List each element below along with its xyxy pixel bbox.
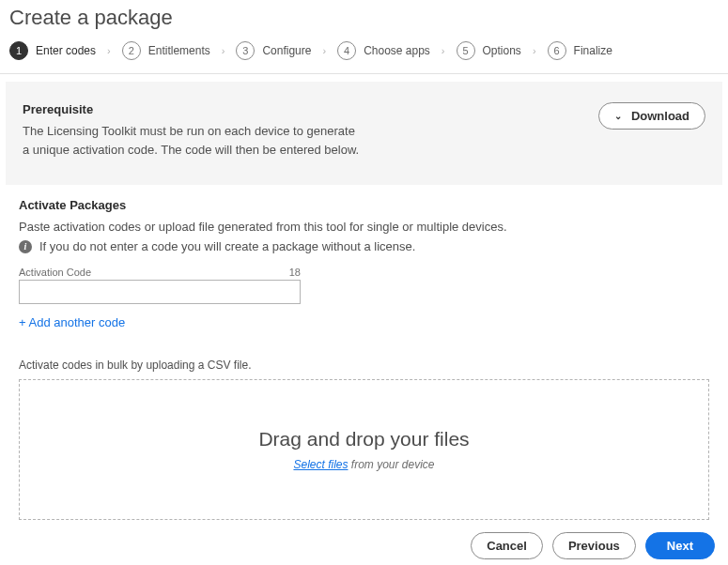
download-button[interactable]: ⌄ Download <box>598 102 705 130</box>
step-label: Options <box>483 44 521 57</box>
chevron-right-icon: › <box>222 45 225 56</box>
step-label: Enter codes <box>36 44 96 57</box>
step-label: Finalize <box>574 44 612 57</box>
chevron-right-icon: › <box>441 45 445 56</box>
chevron-right-icon: › <box>322 45 326 56</box>
chevron-down-icon: ⌄ <box>614 111 622 121</box>
activate-description: Paste activation codes or upload file ge… <box>19 220 709 234</box>
activate-section: Activate Packages Paste activation codes… <box>0 185 728 520</box>
info-text: If you do not enter a code you will crea… <box>39 239 415 253</box>
add-another-code-link[interactable]: + Add another code <box>19 315 125 329</box>
cancel-button[interactable]: Cancel <box>471 532 543 559</box>
step-number: 2 <box>122 41 141 60</box>
char-counter: 18 <box>289 267 301 278</box>
step-finalize[interactable]: 6 Finalize <box>548 41 612 60</box>
activation-code-label: Activation Code <box>19 267 91 278</box>
step-number: 5 <box>457 41 475 60</box>
step-label: Configure <box>262 44 311 57</box>
step-number: 4 <box>337 41 356 60</box>
step-label: Entitlements <box>148 44 210 57</box>
download-label: Download <box>631 109 689 123</box>
dropzone-subtext: Select files from your device <box>293 458 434 471</box>
step-number: 6 <box>548 41 566 60</box>
dropzone-suffix: from your device <box>348 458 434 471</box>
prerequisite-panel: Prerequisite The Licensing Toolkit must … <box>6 82 722 185</box>
chevron-right-icon: › <box>533 45 536 56</box>
info-icon: i <box>19 240 32 253</box>
next-button[interactable]: Next <box>645 532 715 559</box>
prerequisite-description: The Licensing Toolkit must be run on eac… <box>23 122 361 159</box>
file-dropzone[interactable]: Drag and drop your files Select files fr… <box>19 379 709 520</box>
step-entitlements[interactable]: 2 Entitlements <box>122 41 210 60</box>
step-choose-apps[interactable]: 4 Choose apps <box>337 41 430 60</box>
bulk-upload-label: Activate codes in bulk by uploading a CS… <box>19 359 709 372</box>
activate-title: Activate Packages <box>19 198 709 212</box>
chevron-right-icon: › <box>107 45 111 56</box>
dropzone-title: Drag and drop your files <box>258 428 469 450</box>
stepper: 1 Enter codes › 2 Entitlements › 3 Confi… <box>0 39 728 74</box>
footer-actions: Cancel Previous Next <box>471 532 715 559</box>
step-options[interactable]: 5 Options <box>457 41 521 60</box>
step-enter-codes[interactable]: 1 Enter codes <box>9 41 96 60</box>
step-number: 3 <box>236 41 255 60</box>
select-files-link[interactable]: Select files <box>293 458 348 471</box>
step-label: Choose apps <box>364 44 430 57</box>
step-number: 1 <box>9 41 28 60</box>
prerequisite-title: Prerequisite <box>23 102 361 116</box>
step-configure[interactable]: 3 Configure <box>236 41 311 60</box>
previous-button[interactable]: Previous <box>552 532 636 559</box>
activation-code-input[interactable] <box>19 280 301 304</box>
page-title: Create a package <box>0 0 728 39</box>
info-row: i If you do not enter a code you will cr… <box>19 239 709 253</box>
